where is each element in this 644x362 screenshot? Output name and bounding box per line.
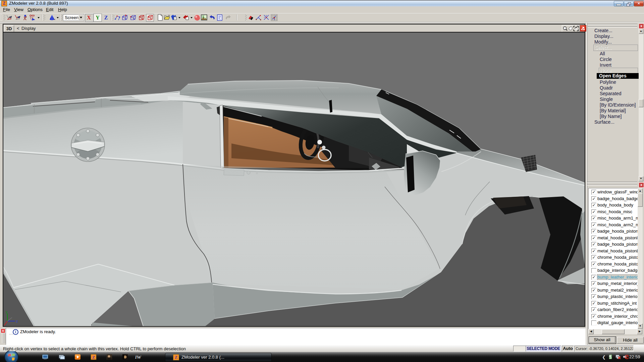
svg-text:Z: Z xyxy=(92,355,95,360)
svg-text:IW: IW xyxy=(135,355,142,360)
svg-text:y: y xyxy=(6,310,7,314)
svg-text:z: z xyxy=(16,319,18,323)
